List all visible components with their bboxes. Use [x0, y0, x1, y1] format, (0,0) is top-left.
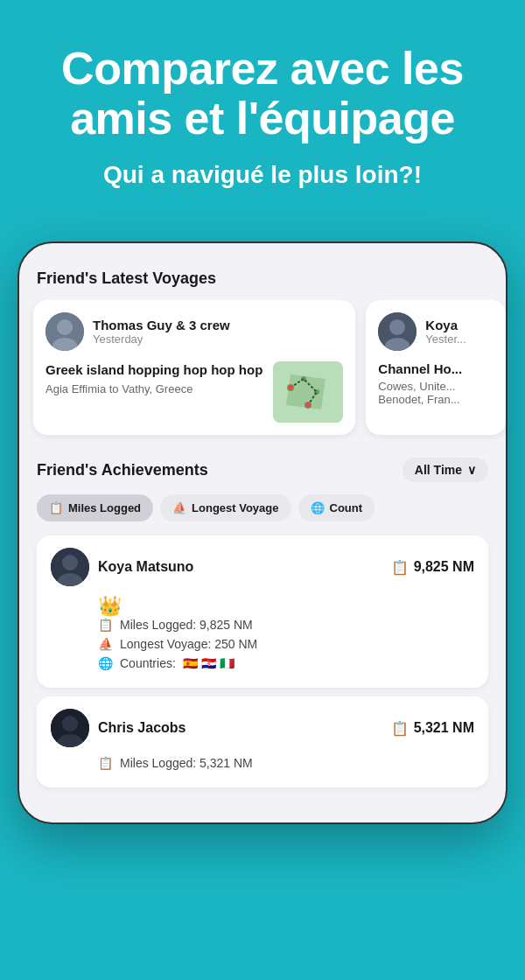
hero-section: Comparez avec les amis et l'équipage Qui…	[0, 0, 525, 215]
hero-title: Comparez avec les amis et l'équipage	[26, 44, 499, 144]
filter-all-time-button[interactable]: All Time ∨	[402, 458, 488, 482]
filter-label: All Time	[415, 463, 462, 477]
voyage-map-thomas	[273, 361, 343, 423]
miles-value-koya: 9,825 NM	[414, 559, 474, 575]
flag-es: 🇪🇸	[183, 656, 198, 670]
voyage-content-thomas: Greek island hopping hop hop hop Agia Ef…	[46, 361, 343, 423]
map-svg	[273, 361, 343, 423]
svg-point-18	[62, 716, 78, 732]
stat-voyage-koya: ⛵ Longest Voyage: 250 NM	[98, 637, 474, 651]
svg-point-1	[57, 319, 73, 335]
rank-badge-koya: 👑	[98, 595, 474, 618]
user-time-thomas: Yesterday	[93, 332, 230, 346]
count-icon: 🌐	[311, 501, 325, 514]
stat-voyage-text: Longest Voyage: 250 NM	[120, 637, 257, 651]
tab-count[interactable]: 🌐 Count	[298, 494, 375, 522]
svg-point-10	[305, 402, 311, 408]
hero-subtitle: Qui a navigué le plus loin?!	[26, 161, 499, 189]
user-info-thomas: Thomas Guy & 3 crew Yesterday	[93, 318, 230, 346]
count-label: Count	[330, 501, 363, 514]
avatar-koya-main	[51, 548, 89, 586]
flag-emojis-koya: 🇪🇸 🇭🇷 🇮🇹	[183, 656, 234, 670]
leaderboard-entry-koya[interactable]: Koya Matsuno 📋 9,825 NM 👑 📋 Miles Logged…	[37, 536, 488, 688]
flag-it: 🇮🇹	[220, 656, 234, 670]
voyage-user-row: Thomas Guy & 3 crew Yesterday	[46, 312, 343, 351]
tab-longest-voyage[interactable]: ⛵ Longest Voyage	[160, 494, 290, 522]
phone-mockup: Friend's Latest Voyages Thomas Guy & 3 c…	[18, 242, 508, 824]
avatar-thomas	[46, 312, 84, 351]
stat-countries-koya: 🌐 Countries: 🇪🇸 🇭🇷 🇮🇹	[98, 656, 474, 670]
miles-value-chris: 5,321 NM	[414, 720, 474, 736]
longest-voyage-label: Longest Voyage	[192, 501, 278, 514]
miles-icon-chris: 📋	[391, 720, 409, 737]
crown-icon: 👑	[98, 595, 122, 618]
voyage-card-koya[interactable]: Koya Yester... Channel Ho... Cowes, Unit…	[366, 300, 506, 435]
partial-voyage-route: Cowes, Unite... Benodet, Fran...	[378, 380, 494, 406]
entry-header-chris: Chris Jacobs 📋 5,321 NM	[51, 709, 474, 747]
voyage-route-thomas: Agia Effimia to Vathy, Greece	[46, 382, 262, 396]
chevron-down-icon: ∨	[467, 463, 476, 477]
entry-miles-chris: 📋 5,321 NM	[391, 720, 474, 737]
voyage-title-thomas: Greek island hopping hop hop hop	[46, 361, 262, 379]
stat-miles-koya: 📋 Miles Logged: 9,825 NM	[98, 618, 474, 632]
stat-miles-icon: 📋	[98, 618, 113, 632]
voyage-text-thomas: Greek island hopping hop hop hop Agia Ef…	[46, 361, 262, 396]
user-info-koya-partial: Koya Yester...	[425, 318, 466, 346]
svg-point-9	[288, 385, 293, 390]
user-name-koya-partial: Koya	[425, 318, 466, 332]
voyages-section-title: Friend's Latest Voyages	[19, 261, 506, 300]
svg-point-15	[62, 555, 78, 570]
avatar-chris	[51, 709, 89, 747]
miles-logged-label: Miles Logged	[68, 501, 141, 514]
leaderboard-entry-chris[interactable]: Chris Jacobs 📋 5,321 NM 📋 Miles Logged: …	[37, 696, 488, 788]
miles-logged-icon: 📋	[49, 501, 63, 514]
stat-miles-text-chris: Miles Logged: 5,321 NM	[120, 756, 253, 770]
stat-miles-chris: 📋 Miles Logged: 5,321 NM	[98, 756, 474, 770]
voyage-user-row-koya: Koya Yester...	[378, 312, 494, 351]
avatar-koya-partial	[378, 312, 416, 351]
entry-user-chris: Chris Jacobs	[51, 709, 186, 747]
entry-name-koya: Koya Matsuno	[98, 559, 193, 575]
entry-stats-chris: 📋 Miles Logged: 5,321 NM	[51, 756, 474, 770]
achievement-tabs: 📋 Miles Logged ⛵ Longest Voyage 🌐 Count	[37, 494, 488, 522]
achievements-title: Friend's Achievements	[37, 461, 208, 480]
user-name-thomas: Thomas Guy & 3 crew	[93, 318, 230, 332]
voyage-card-thomas[interactable]: Thomas Guy & 3 crew Yesterday Greek isla…	[33, 300, 355, 435]
voyages-scroll-container: Thomas Guy & 3 crew Yesterday Greek isla…	[19, 300, 506, 444]
achievements-header: Friend's Achievements All Time ∨	[37, 458, 488, 482]
miles-icon-koya: 📋	[391, 559, 409, 576]
svg-point-12	[389, 319, 405, 335]
partial-card-content: Channel Ho... Cowes, Unite... Benodet, F…	[378, 361, 494, 406]
stat-globe-icon: 🌐	[98, 656, 113, 670]
partial-voyage-title: Channel Ho...	[378, 361, 494, 376]
entry-name-chris: Chris Jacobs	[98, 720, 186, 736]
flag-hr: 🇭🇷	[201, 656, 216, 670]
achievements-section: Friend's Achievements All Time ∨ 📋 Miles…	[19, 444, 506, 805]
entry-miles-koya: 📋 9,825 NM	[391, 559, 474, 576]
stat-voyage-icon: ⛵	[98, 637, 113, 651]
stat-miles-icon-chris: 📋	[98, 756, 113, 770]
tab-miles-logged[interactable]: 📋 Miles Logged	[37, 494, 153, 522]
stat-miles-text: Miles Logged: 9,825 NM	[120, 618, 253, 632]
entry-stats-koya: 👑 📋 Miles Logged: 9,825 NM ⛵ Longest Voy…	[51, 595, 474, 670]
entry-user-koya: Koya Matsuno	[51, 548, 193, 586]
stat-countries-text: Countries:	[120, 656, 176, 670]
entry-header-koya: Koya Matsuno 📋 9,825 NM	[51, 548, 474, 586]
user-time-koya-partial: Yester...	[425, 332, 466, 346]
longest-voyage-icon: ⛵	[172, 501, 186, 514]
